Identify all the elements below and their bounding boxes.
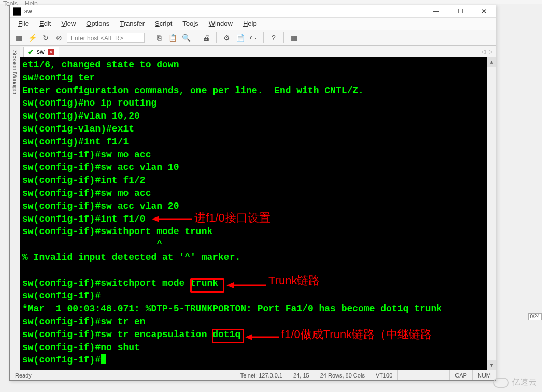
separator — [149, 32, 149, 43]
menubar: File Edit View Options Transfer Script T… — [10, 18, 496, 30]
session-tab-sw[interactable]: ✔ sw × — [23, 47, 59, 57]
menu-options[interactable]: Options — [81, 20, 115, 27]
scroll-up-icon[interactable]: ▲ — [487, 57, 496, 67]
scrollbar[interactable]: ▲ ▼ — [487, 57, 496, 370]
background-fragment: 0/24 — [528, 313, 542, 320]
menu-window[interactable]: Window — [204, 20, 238, 27]
status-emul: VT100 — [370, 370, 398, 380]
status-spacer — [398, 370, 450, 380]
titlebar: sw — ☐ ✕ — [10, 5, 496, 18]
copy-icon[interactable]: ⎘ — [153, 32, 165, 43]
status-telnet: Telnet: 127.0.0.1 — [235, 370, 288, 380]
watermark-text: 亿速云 — [512, 377, 537, 388]
menu-script[interactable]: Script — [150, 20, 177, 27]
print-icon[interactable]: 🖨 — [201, 32, 212, 43]
check-icon: ✔ — [28, 48, 34, 56]
help-icon[interactable]: ? — [268, 32, 279, 43]
window-title: sw — [24, 8, 424, 15]
color-icon[interactable]: 🗝 — [248, 32, 259, 43]
menu-help[interactable]: Help — [238, 20, 262, 27]
scroll-down-icon[interactable]: ▼ — [487, 360, 496, 370]
maximize-button[interactable]: ☐ — [448, 5, 472, 18]
status-num: NUM — [473, 370, 496, 380]
status-cursor: 24, 15 — [288, 370, 315, 380]
tab-next-icon[interactable]: ▷ — [489, 49, 493, 54]
quick-connect-icon[interactable]: ⚡ — [26, 32, 38, 43]
app-window: sw — ☐ ✕ File Edit View Options Transfer… — [9, 5, 496, 381]
minimize-button[interactable]: — — [424, 5, 448, 18]
separator — [196, 32, 196, 43]
app-icon — [13, 7, 21, 16]
tab-label: sw — [37, 48, 45, 55]
watermark: 亿速云 — [493, 377, 537, 388]
menu-transfer[interactable]: Transfer — [115, 20, 150, 27]
menu-file[interactable]: File — [13, 20, 34, 27]
settings-icon[interactable]: ⚙ — [221, 32, 232, 43]
separator — [216, 32, 217, 43]
tab-strip: ✔ sw × ◁ ▷ — [20, 46, 496, 57]
status-dims: 24 Rows, 80 Cols — [315, 370, 370, 380]
tab-close-icon[interactable]: × — [48, 49, 54, 55]
session-manager-tab[interactable]: Session Manager — [10, 46, 20, 370]
watermark-logo-icon — [493, 378, 509, 388]
reconnect-icon[interactable]: ↻ — [40, 32, 51, 43]
find-icon[interactable]: 🔍 — [180, 32, 192, 43]
session-manager-icon[interactable]: ▦ — [13, 32, 24, 43]
info-icon[interactable]: ▦ — [288, 32, 299, 43]
menu-tools[interactable]: Tools — [177, 20, 203, 27]
menu-view[interactable]: View — [56, 20, 81, 27]
terminal[interactable]: et1/6, changed state to down sw#config t… — [20, 57, 496, 370]
paste-icon[interactable]: 📋 — [167, 32, 178, 43]
separator — [283, 32, 284, 43]
statusbar: Ready Telnet: 127.0.0.1 24, 15 24 Rows, … — [10, 370, 496, 380]
status-cap: CAP — [450, 370, 473, 380]
separator — [263, 32, 264, 43]
view-icon[interactable]: 📄 — [234, 32, 246, 43]
toolbar: ▦ ⚡ ↻ ⊘ Enter host <Alt+R> ⎘ 📋 🔍 🖨 ⚙ 📄 🗝… — [10, 30, 496, 46]
close-button[interactable]: ✕ — [472, 5, 496, 18]
disconnect-icon[interactable]: ⊘ — [53, 32, 65, 43]
tab-prev-icon[interactable]: ◁ — [481, 49, 486, 54]
menu-edit[interactable]: Edit — [34, 20, 56, 27]
host-input[interactable]: Enter host <Alt+R> — [67, 33, 145, 43]
status-ready: Ready — [10, 370, 235, 380]
